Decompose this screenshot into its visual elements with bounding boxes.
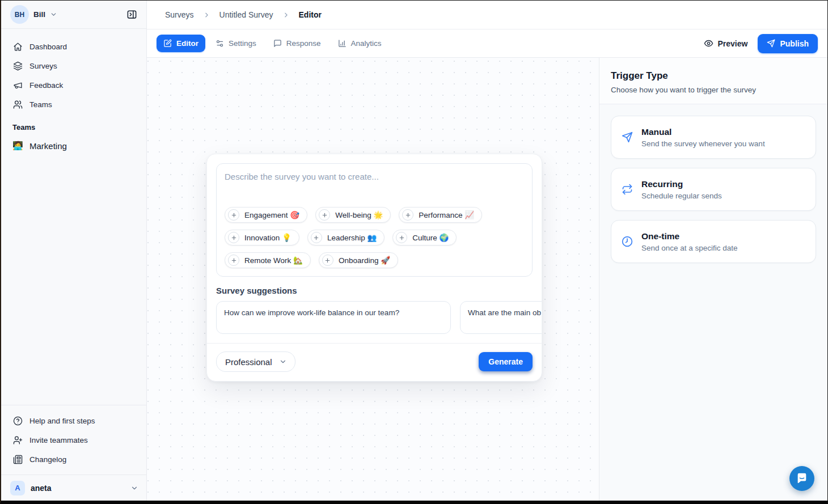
trigger-option-text: Recurring Schedule regular sends xyxy=(641,179,722,200)
analytics-icon xyxy=(338,39,347,48)
breadcrumb-surveys[interactable]: Surveys xyxy=(165,10,194,19)
tone-select[interactable]: Professional xyxy=(216,351,295,372)
chip-label: Engagement 🎯 xyxy=(244,210,299,219)
chevron-down-icon xyxy=(50,11,57,18)
team-label: Marketing xyxy=(29,141,67,151)
tone-value: Professional xyxy=(225,357,272,367)
chip-label: Leadership 👥 xyxy=(327,233,377,242)
chat-bubble-icon xyxy=(796,472,808,485)
suggestion-card[interactable]: How can we improve work-life balance in … xyxy=(216,301,451,334)
composer-footer: Professional Generate xyxy=(216,344,533,372)
topic-chip-culture[interactable]: Culture 🌍 xyxy=(392,230,457,245)
layers-icon xyxy=(12,61,23,71)
breadcrumb-untitled-survey[interactable]: Untitled Survey xyxy=(219,10,273,19)
topic-chips: Engagement 🎯 Well-being 🌟 Performance 📈 xyxy=(225,207,524,268)
tab-label: Analytics xyxy=(351,39,382,48)
sidebar-item-changelog[interactable]: Changelog xyxy=(8,450,140,469)
sidebar-item-team-marketing[interactable]: 🧑‍💻 Marketing xyxy=(8,135,140,156)
plus-icon xyxy=(228,209,239,221)
chat-launcher-button[interactable] xyxy=(789,466,814,491)
tab-analytics[interactable]: Analytics xyxy=(331,35,388,52)
workspace-switcher[interactable]: BH Bill xyxy=(1,1,146,29)
tab-label: Response xyxy=(286,39,321,48)
publish-button[interactable]: Publish xyxy=(758,34,818,53)
preview-label: Preview xyxy=(718,39,748,48)
prompt-placeholder: Describe the survey you want to create..… xyxy=(225,172,524,181)
plus-icon xyxy=(228,232,239,243)
panel-subtitle: Choose how you want to trigger the surve… xyxy=(611,86,816,94)
trigger-option-text: Manual Send the survey whenever you want xyxy=(641,127,765,148)
suggestions-title: Survey suggestions xyxy=(216,286,531,295)
trigger-option-title: Recurring xyxy=(641,179,722,189)
tab-label: Settings xyxy=(229,39,256,48)
trigger-option-text: One-time Send once at a specific date xyxy=(641,231,738,252)
plus-icon xyxy=(228,255,239,266)
home-icon xyxy=(12,42,23,52)
chip-label: Onboarding 🚀 xyxy=(339,256,390,265)
suggestion-card[interactable]: What are the main ob xyxy=(460,301,542,334)
eye-icon xyxy=(704,39,713,48)
topic-chip-wellbeing[interactable]: Well-being 🌟 xyxy=(315,207,391,223)
generate-button[interactable]: Generate xyxy=(479,352,533,371)
app-window: BH Bill Dashboard Surv xyxy=(0,0,828,504)
chip-label: Innovation 💡 xyxy=(244,233,292,242)
sidebar-footer-nav: Help and first steps Invite teammates Ch… xyxy=(1,405,146,475)
trigger-option-description: Schedule regular sends xyxy=(641,192,722,200)
sidebar-item-feedback[interactable]: Feedback xyxy=(8,75,140,95)
help-circle-icon xyxy=(12,416,23,426)
sidebar-item-dashboard[interactable]: Dashboard xyxy=(8,37,140,56)
account-menu[interactable]: A aneta xyxy=(1,475,146,501)
sidebar-spacer xyxy=(1,156,146,405)
chip-label: Remote Work 🏡 xyxy=(244,256,303,265)
chevron-right-icon xyxy=(282,11,290,19)
sidebar-item-help[interactable]: Help and first steps xyxy=(8,411,140,430)
editor-tabs: Editor Settings Response xyxy=(157,35,388,52)
collapse-sidebar-button[interactable] xyxy=(124,7,140,23)
trigger-option-manual[interactable]: Manual Send the survey whenever you want xyxy=(611,116,816,159)
topic-chip-innovation[interactable]: Innovation 💡 xyxy=(225,230,299,245)
changelog-icon xyxy=(12,455,23,464)
send-icon xyxy=(622,132,633,143)
chevron-down-icon xyxy=(279,358,287,366)
sidebar-item-label: Changelog xyxy=(29,455,66,464)
sidebar-item-invite[interactable]: Invite teammates xyxy=(8,430,140,450)
plus-icon xyxy=(396,232,407,243)
chip-label: Performance 📈 xyxy=(419,210,474,219)
topic-chip-engagement[interactable]: Engagement 🎯 xyxy=(225,207,307,223)
account-name: aneta xyxy=(31,484,52,493)
sidebar-nav: Dashboard Surveys Feedback Teams xyxy=(1,29,146,156)
trigger-type-panel: Trigger Type Choose how you want to trig… xyxy=(599,58,827,501)
publish-label: Publish xyxy=(780,39,809,48)
trigger-option-title: One-time xyxy=(641,231,738,242)
sidebar-item-teams[interactable]: Teams xyxy=(8,95,140,114)
topic-chip-remote-work[interactable]: Remote Work 🏡 xyxy=(225,252,311,268)
sidebar-item-label: Surveys xyxy=(29,62,57,70)
tab-settings[interactable]: Settings xyxy=(209,35,263,52)
content-area: Describe the survey you want to create..… xyxy=(147,58,827,501)
tab-response[interactable]: Response xyxy=(267,35,328,52)
sidebar-item-surveys[interactable]: Surveys xyxy=(8,56,140,75)
survey-prompt-input[interactable]: Describe the survey you want to create..… xyxy=(216,163,533,277)
sidebar-item-label: Help and first steps xyxy=(29,417,95,425)
tab-editor[interactable]: Editor xyxy=(157,35,205,52)
trigger-option-one-time[interactable]: One-time Send once at a specific date xyxy=(611,220,816,263)
trigger-option-title: Manual xyxy=(641,127,765,137)
trigger-panel-header: Trigger Type Choose how you want to trig… xyxy=(599,58,827,104)
topic-chip-performance[interactable]: Performance 📈 xyxy=(399,207,482,223)
plus-icon xyxy=(322,255,333,266)
topic-chip-leadership[interactable]: Leadership 👥 xyxy=(307,230,385,245)
panel-title: Trigger Type xyxy=(611,70,816,82)
survey-composer-card: Describe the survey you want to create..… xyxy=(206,154,542,382)
response-icon xyxy=(273,39,282,48)
trigger-option-description: Send once at a specific date xyxy=(641,244,738,252)
plus-icon xyxy=(319,209,330,221)
megaphone-icon xyxy=(12,81,23,90)
trigger-options: Manual Send the survey whenever you want… xyxy=(599,104,827,501)
trigger-option-recurring[interactable]: Recurring Schedule regular sends xyxy=(611,168,816,211)
topic-chip-onboarding[interactable]: Onboarding 🚀 xyxy=(319,252,398,268)
editor-canvas[interactable]: Describe the survey you want to create..… xyxy=(147,58,599,501)
preview-button[interactable]: Preview xyxy=(704,39,748,48)
trigger-option-description: Send the survey whenever you want xyxy=(641,139,765,148)
account-avatar: A xyxy=(10,481,25,495)
breadcrumb-editor: Editor xyxy=(299,10,322,19)
